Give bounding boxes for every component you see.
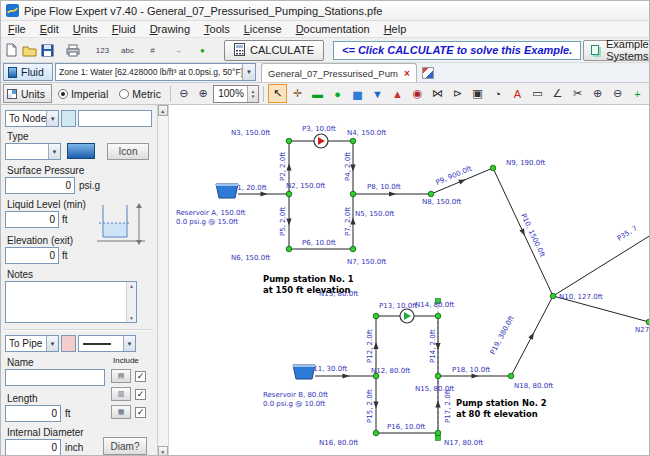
pump-symbol[interactable] [400,309,414,323]
internal-diameter-field[interactable] [5,439,61,456]
menu-edit[interactable]: Edit [33,22,66,36]
elevation-field[interactable] [5,247,59,264]
include-length-checkbox[interactable]: ✓ [135,389,146,400]
surface-pressure-field[interactable] [5,177,75,194]
canvas-vscrollbar[interactable]: ▲ ▼ [158,105,169,456]
notes-scrollbar[interactable]: ▲▼ [126,282,136,322]
pipe[interactable]: P4, 2.0ft [344,141,356,194]
liquid-level-field[interactable] [5,211,59,228]
toggle-grid[interactable]: # [141,40,164,61]
zoom-in-icon[interactable]: ⊕ [194,84,212,103]
zoom-out-tool[interactable]: ⊖ [608,84,627,103]
include-name-checkbox[interactable]: ✓ [135,371,146,382]
include-diameter-button[interactable]: ▦ [111,405,131,419]
node[interactable]: N2, 150.0ft [286,182,326,197]
pump-symbol[interactable] [314,134,328,148]
node-color-swatch[interactable] [61,110,76,127]
flow-meter-tool[interactable]: ◔ [488,84,507,103]
drawing-canvas[interactable]: P1, 20.0ftP2, 2.0ftP3, 10.0ftP4, 2.0ftP5… [169,105,649,456]
to-pipe-select[interactable]: To Pipe ▼ [5,335,59,352]
demand-out-tool[interactable]: ▲ [388,84,407,103]
to-node-select[interactable]: To Node ▼ [5,110,59,127]
scroll-down-icon[interactable]: ▼ [158,446,168,456]
node-type-select[interactable]: ▼ [5,143,61,160]
menu-units[interactable]: Units [66,22,105,36]
node[interactable]: N18, 80.0ft [508,373,553,390]
node[interactable]: N7, 150.0ft [347,246,387,266]
demand-in-tool[interactable]: ▼ [368,84,387,103]
tank-symbol[interactable]: Reservoir A, 150.0ft0.0 psi.g @ 15.0ft [176,184,246,226]
metric-radio[interactable]: Metric [119,88,161,100]
node[interactable]: N3, 150.0ft [231,129,292,144]
box-tool[interactable]: ▭ [528,84,547,103]
zoom-level-select[interactable]: 100% ▴▾ [213,85,259,103]
pipe[interactable]: P35, 7 [553,224,649,296]
menu-drawing[interactable]: Drawing [143,22,197,36]
pipe[interactable]: P10, 1500.0ft [493,168,553,296]
node[interactable]: N8, 150.0ft [422,191,462,206]
pipe-tool[interactable]: ▬ [308,84,327,103]
node[interactable]: N17, 80.0ft [435,430,483,447]
file-tab[interactable]: General_07_Pressurised_Pum × [261,63,417,82]
menu-fluid[interactable]: Fluid [105,22,143,36]
save-button[interactable] [40,40,55,61]
fluid-button[interactable]: Fluid [3,63,53,81]
new-file-button[interactable] [4,40,19,61]
cut-tool[interactable]: ✂ [568,84,587,103]
toggle-flow-arrows[interactable]: → [166,40,189,61]
pipe-line-style-select[interactable]: ▼ [78,335,136,352]
example-systems-button[interactable]: Example Systems [583,40,650,61]
node[interactable]: N6, 150.0ft [231,246,292,262]
pipe[interactable]: P14, 2.0ft [429,316,441,376]
menu-tools[interactable]: Tools [197,22,237,36]
pump-tool[interactable]: ◉ [408,84,427,103]
check-valve-tool[interactable]: ⊳ [448,84,467,103]
include-length-button[interactable]: ▥ [111,387,131,401]
open-file-button[interactable] [21,40,38,61]
valve-tool[interactable]: ⋈ [428,84,447,103]
component-tool[interactable]: ▣ [468,84,487,103]
select-tool[interactable]: ↖ [268,84,287,103]
pipe[interactable]: P5, 2.0ft [279,194,292,249]
zoom-window-tool[interactable]: ⊕ [588,84,607,103]
node[interactable]: N4, 150.0ft [347,129,387,144]
pipe[interactable]: P8, 10.0ft [353,183,431,197]
toggle-results[interactable]: 123 [91,40,114,61]
pan-tool[interactable]: ✛ [288,84,307,103]
pipe[interactable]: P16, 10.0ft [376,423,438,433]
include-name-button[interactable]: ▤ [111,369,131,383]
node[interactable]: N10, 127.0ft [550,293,603,301]
icon-button[interactable]: Icon [107,143,149,160]
menu-documentation[interactable]: Documentation [289,22,377,36]
node[interactable]: N27 [635,319,649,334]
tab-close-icon[interactable]: × [404,68,410,79]
diam-button[interactable]: Diam? [103,437,147,455]
pipe[interactable]: P11, 30.0ft [309,365,376,379]
include-diameter-checkbox[interactable]: ✓ [135,407,146,418]
fluid-zone-select[interactable]: Zone 1: Water [62.428000 lb/ft³ at 0.0ps… [55,63,256,81]
node[interactable]: N5, 150.0ft [350,191,394,218]
tab-list-icon[interactable] [422,67,434,79]
pipe[interactable]: P15, 2.0ft [366,376,379,433]
zoom-out-icon[interactable]: ⊖ [175,84,193,103]
units-button[interactable]: Units [3,84,52,103]
measure-tool[interactable]: ∠ [548,84,567,103]
pipe[interactable]: P1, 20.0ft [233,184,289,197]
toggle-nodes[interactable]: ● [191,40,214,61]
node[interactable]: N16, 80.0ft [319,430,379,447]
pipe[interactable]: P7, 2.0ft [344,194,356,249]
menu-help[interactable]: Help [377,22,414,36]
node-id-field[interactable] [78,110,152,127]
pipe[interactable]: P19, 380.0ft [488,296,552,376]
print-button[interactable] [65,40,81,61]
scroll-up-icon[interactable]: ▲ [158,105,168,116]
pipe[interactable]: P6, 10.0ft [289,239,353,249]
node[interactable]: N9, 190.0ft [490,159,545,171]
node-tool[interactable]: ● [328,84,347,103]
imperial-radio[interactable]: Imperial [58,88,108,100]
menu-file[interactable]: File [1,22,33,36]
pipe-name-field[interactable] [5,369,105,386]
tank-tool[interactable]: ▅ [348,84,367,103]
spinner-icon[interactable]: ▴▾ [247,86,258,102]
text-tool[interactable]: A [508,84,527,103]
